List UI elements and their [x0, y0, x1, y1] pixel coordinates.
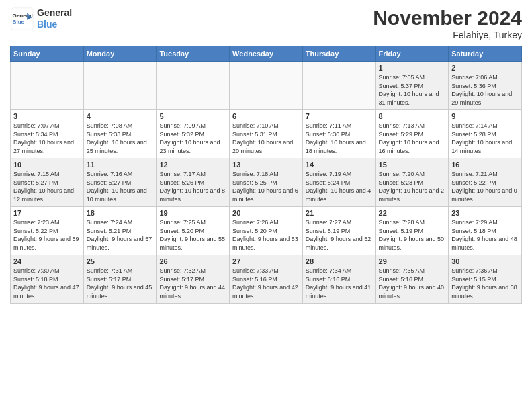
logo-text: General Blue — [37, 7, 72, 30]
day-info: Sunrise: 7:09 AMSunset: 5:32 PMDaylight:… — [159, 122, 226, 155]
day-number: 30 — [451, 257, 519, 265]
day-info: Sunrise: 7:13 AMSunset: 5:29 PMDaylight:… — [379, 122, 446, 155]
day-info: Sunrise: 7:06 AMSunset: 5:36 PMDaylight:… — [451, 73, 519, 107]
calendar-header-row: Sunday Monday Tuesday Wednesday Thursday… — [11, 46, 522, 62]
day-number: 4 — [87, 112, 154, 120]
day-info: Sunrise: 7:25 AMSunset: 5:20 PMDaylight:… — [159, 218, 226, 252]
table-row: 9Sunrise: 7:14 AMSunset: 5:28 PMDaylight… — [449, 110, 522, 158]
day-number: 23 — [451, 209, 519, 217]
day-number: 10 — [13, 161, 81, 169]
table-row: 25Sunrise: 7:31 AMSunset: 5:17 PMDayligh… — [83, 255, 157, 304]
table-row: 8Sunrise: 7:13 AMSunset: 5:29 PMDaylight… — [375, 110, 449, 158]
day-info: Sunrise: 7:31 AMSunset: 5:17 PMDaylight:… — [87, 267, 154, 300]
table-row: 21Sunrise: 7:27 AMSunset: 5:19 PMDayligh… — [302, 207, 375, 255]
page: General Blue General Blue November 2024 … — [0, 0, 532, 310]
day-number: 5 — [159, 112, 226, 120]
table-row: 27Sunrise: 7:33 AMSunset: 5:16 PMDayligh… — [230, 255, 303, 304]
table-row: 24Sunrise: 7:30 AMSunset: 5:18 PMDayligh… — [11, 255, 84, 304]
table-row: 17Sunrise: 7:23 AMSunset: 5:22 PMDayligh… — [11, 207, 84, 255]
table-row: 19Sunrise: 7:25 AMSunset: 5:20 PMDayligh… — [157, 207, 230, 255]
day-info: Sunrise: 7:34 AMSunset: 5:16 PMDaylight:… — [306, 267, 373, 300]
day-info: Sunrise: 7:11 AMSunset: 5:30 PMDaylight:… — [306, 122, 373, 155]
day-number: 29 — [379, 257, 446, 265]
day-info: Sunrise: 7:18 AMSunset: 5:25 PMDaylight:… — [232, 170, 300, 203]
table-row: 12Sunrise: 7:17 AMSunset: 5:26 PMDayligh… — [157, 158, 230, 207]
day-number: 3 — [13, 112, 81, 120]
table-row — [83, 62, 157, 110]
table-row: 6Sunrise: 7:10 AMSunset: 5:31 PMDaylight… — [230, 110, 303, 158]
title-block: November 2024 Felahiye, Turkey — [373, 7, 522, 40]
day-number: 11 — [87, 161, 154, 169]
header: General Blue General Blue November 2024 … — [10, 7, 522, 40]
table-row: 11Sunrise: 7:16 AMSunset: 5:27 PMDayligh… — [83, 158, 157, 207]
day-info: Sunrise: 7:24 AMSunset: 5:21 PMDaylight:… — [87, 218, 154, 252]
col-wednesday: Wednesday — [230, 46, 303, 62]
svg-text:Blue: Blue — [13, 19, 25, 25]
table-row: 29Sunrise: 7:35 AMSunset: 5:16 PMDayligh… — [375, 255, 449, 304]
calendar-week-row: 1Sunrise: 7:05 AMSunset: 5:37 PMDaylight… — [11, 62, 522, 110]
table-row — [157, 62, 230, 110]
col-monday: Monday — [83, 46, 157, 62]
day-info: Sunrise: 7:28 AMSunset: 5:19 PMDaylight:… — [379, 218, 446, 252]
table-row — [302, 62, 375, 110]
day-number: 1 — [379, 64, 446, 72]
day-number: 27 — [232, 257, 300, 265]
table-row: 3Sunrise: 7:07 AMSunset: 5:34 PMDaylight… — [11, 110, 84, 158]
day-number: 28 — [306, 257, 373, 265]
table-row: 4Sunrise: 7:08 AMSunset: 5:33 PMDaylight… — [83, 110, 157, 158]
day-info: Sunrise: 7:26 AMSunset: 5:20 PMDaylight:… — [232, 218, 300, 252]
day-info: Sunrise: 7:29 AMSunset: 5:18 PMDaylight:… — [451, 218, 519, 252]
table-row: 26Sunrise: 7:32 AMSunset: 5:17 PMDayligh… — [157, 255, 230, 304]
logo-icon: General Blue — [10, 7, 34, 31]
day-number: 26 — [159, 257, 226, 265]
col-thursday: Thursday — [302, 46, 375, 62]
logo: General Blue General Blue — [10, 7, 72, 31]
table-row: 7Sunrise: 7:11 AMSunset: 5:30 PMDaylight… — [302, 110, 375, 158]
calendar-week-row: 10Sunrise: 7:15 AMSunset: 5:27 PMDayligh… — [11, 158, 522, 207]
day-number: 15 — [379, 161, 446, 169]
day-info: Sunrise: 7:23 AMSunset: 5:22 PMDaylight:… — [13, 218, 81, 252]
day-number: 8 — [379, 112, 446, 120]
col-friday: Friday — [375, 46, 449, 62]
col-saturday: Saturday — [449, 46, 522, 62]
table-row: 13Sunrise: 7:18 AMSunset: 5:25 PMDayligh… — [230, 158, 303, 207]
day-number: 12 — [159, 161, 226, 169]
calendar-week-row: 3Sunrise: 7:07 AMSunset: 5:34 PMDaylight… — [11, 110, 522, 158]
day-info: Sunrise: 7:36 AMSunset: 5:15 PMDaylight:… — [451, 267, 519, 300]
day-number: 25 — [87, 257, 154, 265]
table-row: 30Sunrise: 7:36 AMSunset: 5:15 PMDayligh… — [449, 255, 522, 304]
table-row: 5Sunrise: 7:09 AMSunset: 5:32 PMDaylight… — [157, 110, 230, 158]
day-number: 2 — [451, 64, 519, 72]
table-row: 10Sunrise: 7:15 AMSunset: 5:27 PMDayligh… — [11, 158, 84, 207]
calendar: Sunday Monday Tuesday Wednesday Thursday… — [10, 46, 522, 304]
day-number: 7 — [306, 112, 373, 120]
col-tuesday: Tuesday — [157, 46, 230, 62]
day-info: Sunrise: 7:07 AMSunset: 5:34 PMDaylight:… — [13, 122, 81, 155]
table-row: 18Sunrise: 7:24 AMSunset: 5:21 PMDayligh… — [83, 207, 157, 255]
table-row: 20Sunrise: 7:26 AMSunset: 5:20 PMDayligh… — [230, 207, 303, 255]
table-row: 23Sunrise: 7:29 AMSunset: 5:18 PMDayligh… — [449, 207, 522, 255]
day-info: Sunrise: 7:16 AMSunset: 5:27 PMDaylight:… — [87, 170, 154, 203]
day-number: 18 — [87, 209, 154, 217]
table-row: 22Sunrise: 7:28 AMSunset: 5:19 PMDayligh… — [375, 207, 449, 255]
day-info: Sunrise: 7:19 AMSunset: 5:24 PMDaylight:… — [306, 170, 373, 203]
day-number: 16 — [451, 161, 519, 169]
day-info: Sunrise: 7:35 AMSunset: 5:16 PMDaylight:… — [379, 267, 446, 300]
day-info: Sunrise: 7:33 AMSunset: 5:16 PMDaylight:… — [232, 267, 300, 300]
day-info: Sunrise: 7:21 AMSunset: 5:22 PMDaylight:… — [451, 170, 519, 203]
month-title: November 2024 — [373, 7, 522, 30]
table-row: 1Sunrise: 7:05 AMSunset: 5:37 PMDaylight… — [375, 62, 449, 110]
table-row — [230, 62, 303, 110]
day-number: 22 — [379, 209, 446, 217]
col-sunday: Sunday — [11, 46, 84, 62]
table-row: 2Sunrise: 7:06 AMSunset: 5:36 PMDaylight… — [449, 62, 522, 110]
day-info: Sunrise: 7:05 AMSunset: 5:37 PMDaylight:… — [379, 73, 446, 107]
day-number: 14 — [306, 161, 373, 169]
day-number: 13 — [232, 161, 300, 169]
table-row: 28Sunrise: 7:34 AMSunset: 5:16 PMDayligh… — [302, 255, 375, 304]
day-number: 21 — [306, 209, 373, 217]
table-row: 15Sunrise: 7:20 AMSunset: 5:23 PMDayligh… — [375, 158, 449, 207]
day-info: Sunrise: 7:15 AMSunset: 5:27 PMDaylight:… — [13, 170, 81, 203]
calendar-week-row: 24Sunrise: 7:30 AMSunset: 5:18 PMDayligh… — [11, 255, 522, 304]
day-number: 24 — [13, 257, 81, 265]
